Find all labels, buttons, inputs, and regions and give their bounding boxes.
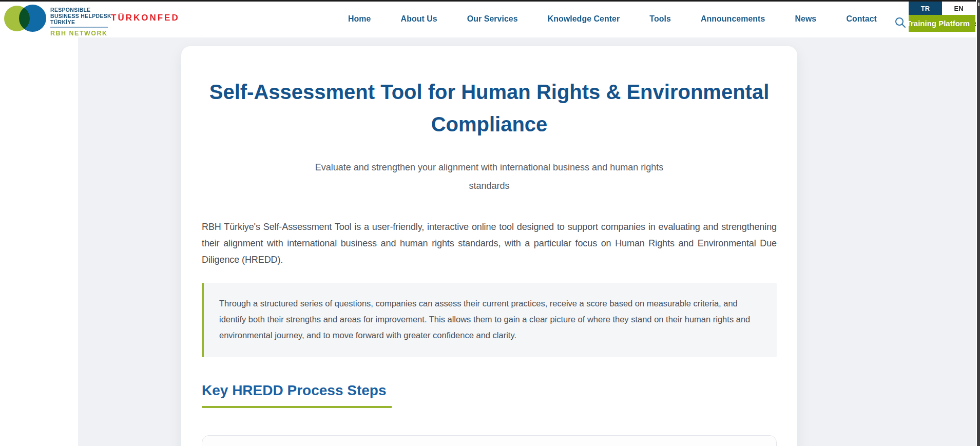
intro-paragraph: RBH Türkiye's Self-Assessment Tool is a … — [202, 219, 777, 268]
section-heading-underline — [202, 406, 392, 408]
scrollbar-arrow-icon — [978, 3, 979, 6]
site-header: RESPONSIBLE BUSINESS HELPDESK TÜRKİYE RB… — [0, 0, 980, 37]
language-switcher: TR EN — [909, 2, 975, 15]
logo-line2: BUSINESS HELPDESK — [50, 13, 111, 19]
page-title-line1: Self-Assessment Tool for Human Rights & … — [202, 76, 777, 108]
training-platform-button[interactable]: Training Platform › — [909, 15, 975, 32]
page-subtitle-line2: standards — [202, 177, 777, 195]
section-heading: Key HREDD Process Steps — [202, 382, 777, 399]
highlight-callout: Through a structured series of questions… — [202, 283, 777, 357]
logo-line1: RESPONSIBLE — [50, 7, 111, 13]
nav-item-announcements[interactable]: Announcements — [701, 14, 765, 24]
lang-tab-en[interactable]: EN — [942, 2, 975, 15]
hredd-steps-card: The tool is structured around the key st… — [202, 435, 777, 446]
page-subtitle: Evaluate and strengthen your alignment w… — [202, 158, 777, 195]
logo-line3: TÜRKİYE — [50, 19, 111, 25]
main-nav: Home About Us Our Services Knowledge Cen… — [348, 0, 877, 37]
rbh-logo[interactable]: RESPONSIBLE BUSINESS HELPDESK TÜRKİYE RB… — [3, 0, 172, 37]
logo-wordmark: RESPONSIBLE BUSINESS HELPDESK TÜRKİYE RB… — [50, 7, 111, 37]
nav-item-about-us[interactable]: About Us — [401, 14, 437, 24]
browser-scrollbar[interactable] — [976, 0, 980, 446]
window-top-edge — [0, 0, 980, 2]
page-subtitle-line1: Evaluate and strengthen your alignment w… — [202, 158, 777, 177]
nav-item-contact[interactable]: Contact — [846, 14, 877, 24]
nav-item-home[interactable]: Home — [348, 14, 371, 24]
nav-item-tools[interactable]: Tools — [649, 14, 670, 24]
logo-blue-circle-icon — [19, 5, 46, 32]
turkonfed-logo[interactable]: TÜRKONFED — [111, 13, 180, 23]
search-icon[interactable] — [894, 16, 907, 29]
logo-divider — [50, 27, 108, 28]
training-platform-label: Training Platform — [907, 19, 970, 28]
nav-item-knowledge-center[interactable]: Knowledge Center — [548, 14, 620, 24]
page-title-line2: Compliance — [202, 108, 777, 141]
logo-network-label: RBH NETWORK — [50, 30, 111, 37]
nav-item-our-services[interactable]: Our Services — [467, 14, 518, 24]
page-title: Self-Assessment Tool for Human Rights & … — [202, 76, 777, 141]
lang-tab-tr[interactable]: TR — [909, 2, 942, 15]
language-and-training: TR EN Training Platform › — [909, 2, 975, 32]
nav-item-news[interactable]: News — [795, 14, 816, 24]
content-card: Self-Assessment Tool for Human Rights & … — [181, 46, 797, 446]
